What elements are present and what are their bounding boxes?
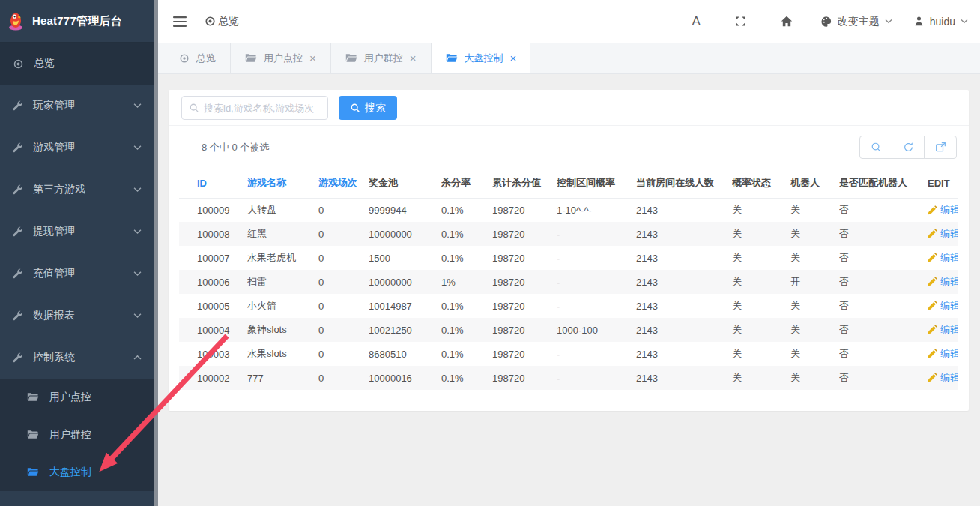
edit-link[interactable]: 编辑: [928, 323, 958, 337]
sidebar-item-overview[interactable]: 总览: [0, 43, 154, 85]
folder-icon: [27, 467, 39, 478]
table-cell: 开: [790, 270, 839, 294]
menu-toggle-button[interactable]: [173, 16, 187, 27]
wrench-icon: [13, 226, 23, 237]
edit-link-label: 编辑: [940, 275, 958, 289]
table-cell: 扫雷: [247, 270, 318, 294]
selection-row: 8 个中 0 个被选: [169, 125, 969, 169]
edit-link[interactable]: 编辑: [928, 299, 958, 313]
pencil-icon: [928, 325, 937, 334]
search-input[interactable]: [204, 103, 321, 114]
sidebar-item-control-system[interactable]: 控制系统: [0, 337, 154, 379]
table-cell-edit: 编辑: [928, 270, 958, 294]
sidebar-item-recharge-management[interactable]: 充值管理: [0, 253, 154, 295]
table-cell: 198720: [492, 222, 557, 246]
app-logo-parrot-icon: [6, 11, 25, 31]
sidebar-subitem-user-point-control[interactable]: 用户点控: [0, 379, 154, 416]
home-icon: [781, 16, 793, 27]
sidebar-scrollbar[interactable]: [154, 0, 158, 506]
wrench-icon: [13, 352, 23, 363]
table-row[interactable]: 100009大转盘099999440.1%1987201-10^-^-2143关…: [179, 198, 958, 222]
table-cell: 0.1%: [441, 294, 492, 318]
sidebar-item-data-reports[interactable]: 数据报表: [0, 295, 154, 337]
table-cell: 198720: [492, 270, 557, 294]
table-cell: 0.1%: [441, 222, 492, 246]
table-cell: 关: [732, 222, 790, 246]
sidebar-subitem-label: 用户点控: [49, 391, 91, 404]
edit-link[interactable]: 编辑: [928, 347, 958, 361]
breadcrumb[interactable]: 总览: [205, 15, 239, 28]
table-row[interactable]: 100005小火箭0100149870.1%198720-2143关关否编辑: [179, 294, 958, 318]
column-header[interactable]: ID: [179, 169, 247, 198]
edit-link-label: 编辑: [940, 227, 958, 241]
tab-user-point-control[interactable]: 用户点控 ×: [231, 43, 331, 73]
table-cell: -: [557, 294, 636, 318]
edit-link[interactable]: 编辑: [928, 275, 958, 289]
table-cell: 198720: [492, 198, 557, 222]
column-header[interactable]: 游戏场次: [318, 169, 369, 198]
top-navbar: 总览 A 改变主题 huidu: [158, 0, 980, 43]
table-row[interactable]: 100004象神slots0100212500.1%1987201000-100…: [179, 318, 958, 342]
font-size-button[interactable]: A: [674, 14, 717, 29]
table-cell-edit: 编辑: [928, 222, 958, 246]
table-row[interactable]: 100008红黑0100000000.1%198720-2143关关否编辑: [179, 222, 958, 246]
edit-link[interactable]: 编辑: [928, 251, 958, 265]
data-panel: 搜索 8 个中 0 个被选: [169, 90, 969, 411]
sidebar-subitem-market-control[interactable]: 大盘控制: [0, 454, 154, 491]
eye-icon: [179, 53, 190, 64]
sidebar-item-game-management[interactable]: 游戏管理: [0, 127, 154, 169]
table-actions-group: [859, 136, 957, 159]
search-icon: [189, 103, 199, 113]
tab-close-icon[interactable]: ×: [510, 52, 517, 64]
table-cell: 否: [839, 366, 928, 390]
chevron-down-icon: [133, 229, 142, 235]
theme-switcher[interactable]: 改变主题: [810, 15, 903, 28]
chevron-down-icon: [133, 271, 142, 277]
table-cell: 0: [318, 342, 369, 366]
table-cell: 关: [790, 342, 839, 366]
search-button[interactable]: 搜索: [339, 96, 397, 120]
home-button[interactable]: [763, 16, 810, 27]
table-row[interactable]: 1000027770100000160.1%198720-2143关关否编辑: [179, 366, 958, 390]
column-header: 机器人: [790, 169, 839, 198]
table-row[interactable]: 100003水果slots086805100.1%198720-2143关关否编…: [179, 342, 958, 366]
sidebar-item-withdraw-management[interactable]: 提现管理: [0, 211, 154, 253]
table-row[interactable]: 100007水果老虎机015000.1%198720-2143关关否编辑: [179, 246, 958, 270]
tab-close-icon[interactable]: ×: [309, 52, 316, 64]
table-cell: 关: [732, 270, 790, 294]
tab-market-control[interactable]: 大盘控制 ×: [432, 43, 531, 73]
table-search-button[interactable]: [859, 136, 892, 159]
hamburger-icon: [173, 16, 187, 27]
search-icon: [871, 142, 882, 153]
edit-link[interactable]: 编辑: [928, 203, 958, 217]
table-cell: 0.1%: [441, 318, 492, 342]
table-cell: 198720: [492, 294, 557, 318]
sidebar-item-player-management[interactable]: 玩家管理: [0, 85, 154, 127]
table-row[interactable]: 100006扫雷0100000001%198720-2143关开否编辑: [179, 270, 958, 294]
table-cell: 8680510: [369, 342, 441, 366]
sidebar-item-thirdparty-games[interactable]: 第三方游戏: [0, 169, 154, 211]
export-button[interactable]: [924, 136, 957, 159]
table-cell: 777: [247, 366, 318, 390]
tab-overview[interactable]: 总览: [165, 43, 231, 73]
games-table: ID游戏名称游戏场次奖金池杀分率累计杀分值控制区间概率当前房间在线人数概率状态机…: [179, 169, 958, 390]
sidebar-subitem-user-group-control[interactable]: 用户群控: [0, 416, 154, 454]
user-menu[interactable]: huidu: [903, 16, 971, 28]
fullscreen-button[interactable]: [718, 16, 763, 27]
edit-link[interactable]: 编辑: [928, 227, 958, 241]
table-cell: 0: [318, 366, 369, 390]
tab-close-icon[interactable]: ×: [410, 52, 417, 64]
fullscreen-icon: [735, 16, 746, 27]
folder-icon: [27, 392, 39, 403]
table-cell: 0.1%: [441, 366, 492, 390]
table-cell: 10000000: [369, 222, 441, 246]
table-cell: 否: [839, 246, 928, 270]
sidebar-subitem-label: 大盘控制: [49, 466, 91, 479]
edit-link[interactable]: 编辑: [928, 371, 958, 385]
column-header[interactable]: 游戏名称: [247, 169, 318, 198]
palette-icon: [820, 16, 832, 28]
table-cell: 关: [732, 294, 790, 318]
edit-link-label: 编辑: [940, 203, 958, 217]
refresh-button[interactable]: [892, 136, 925, 159]
tab-user-group-control[interactable]: 用户群控 ×: [331, 43, 432, 73]
